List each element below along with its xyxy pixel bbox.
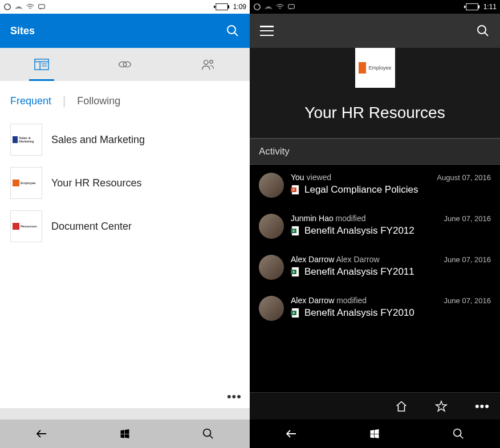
activity-list: You viewed August 07, 2016 P Legal Compl…	[250, 165, 500, 392]
status-bar-right: 1:11	[250, 0, 500, 14]
svg-point-13	[123, 62, 131, 67]
svg-rect-4	[227, 5, 229, 9]
avatar	[259, 296, 284, 321]
site-name: Sales and Marketing	[51, 134, 145, 146]
status-bar-left: 1:09	[0, 0, 250, 14]
svg-line-6	[234, 32, 238, 36]
activity-item[interactable]: Alex Darrow Alex Darrow June 07, 2016 X …	[250, 247, 500, 288]
more-icon[interactable]: •••	[475, 404, 490, 409]
svg-line-24	[485, 32, 488, 36]
svg-point-14	[204, 60, 208, 64]
cortana-icon	[253, 3, 261, 11]
activity-item[interactable]: Alex Darrow modified June 07, 2016 X Ben…	[250, 288, 500, 329]
filter-following[interactable]: Following	[77, 95, 120, 107]
clock-right: 1:11	[483, 3, 497, 11]
activity-date: June 07, 2016	[444, 296, 491, 305]
status-icons-right	[253, 3, 295, 11]
nav-bar-left	[0, 420, 250, 448]
windows-button[interactable]	[368, 427, 381, 441]
page-title: Sites	[10, 25, 35, 37]
svg-rect-20	[288, 5, 295, 9]
site-title: Your HR Resources	[304, 104, 445, 122]
avatar	[259, 214, 284, 239]
home-icon[interactable]	[395, 400, 408, 413]
svg-text:X: X	[292, 229, 295, 233]
svg-text:X: X	[292, 311, 295, 315]
phone-left: 1:09 Sites Frequent | Following Sales & …	[0, 0, 250, 448]
file-name: Benefit Analsysis FY2011	[304, 266, 414, 278]
logo-square	[359, 62, 367, 74]
battery-icon	[214, 3, 230, 11]
star-icon[interactable]	[435, 400, 448, 413]
logo-text: Employee	[368, 65, 391, 71]
app-bar-spacer	[0, 408, 250, 420]
ppt-icon: P	[291, 185, 300, 195]
wifi-icon	[26, 3, 34, 11]
xls-icon: X	[291, 308, 300, 318]
svg-point-12	[119, 62, 127, 67]
svg-rect-2	[39, 5, 45, 9]
svg-point-1	[9, 5, 9, 6]
wifi-icon	[276, 3, 284, 11]
site-list: Sales & Marketing Sales and Marketing Em…	[0, 118, 250, 385]
svg-point-18	[254, 4, 261, 10]
tab-sites[interactable]	[0, 48, 83, 81]
hamburger-menu[interactable]	[260, 26, 274, 36]
app-header-right	[250, 14, 500, 48]
windows-button[interactable]	[118, 427, 132, 441]
svg-line-17	[210, 435, 213, 439]
site-item[interactable]: Employee Your HR Resources	[0, 161, 250, 205]
svg-rect-21	[466, 3, 478, 10]
people-tab-icon	[201, 58, 216, 71]
svg-point-16	[204, 429, 211, 437]
site-hero: Employee Your HR Resources	[250, 48, 500, 138]
svg-rect-22	[478, 5, 479, 9]
search-icon[interactable]	[476, 24, 490, 38]
svg-point-15	[210, 60, 213, 64]
search-icon[interactable]	[226, 24, 239, 38]
app-bar-right: •••	[250, 392, 500, 420]
back-button[interactable]	[284, 427, 298, 441]
svg-point-0	[5, 4, 11, 10]
search-button[interactable]	[201, 427, 215, 441]
site-name: Your HR Resources	[51, 177, 141, 189]
signal-icon	[15, 3, 23, 11]
avatar	[259, 173, 284, 198]
phone-right: 1:11 Employee Your HR Resources Activity…	[250, 0, 500, 448]
xls-icon: X	[291, 267, 300, 277]
battery-icon	[464, 3, 480, 11]
tab-links[interactable]	[83, 48, 166, 81]
pivot-tabs	[0, 48, 250, 81]
svg-text:P: P	[292, 188, 295, 192]
site-item[interactable]: Resources Document Center	[0, 205, 250, 248]
tab-people[interactable]	[166, 48, 250, 81]
nav-bar-right	[250, 420, 500, 448]
site-thumbnail: Resources	[10, 210, 42, 242]
message-icon	[287, 3, 295, 11]
file-name: Legal Compliance Policies	[304, 184, 418, 196]
site-thumbnail: Employee	[10, 167, 42, 199]
xls-icon: X	[291, 226, 300, 236]
activity-date: June 07, 2016	[444, 255, 491, 264]
activity-item[interactable]: You viewed August 07, 2016 P Legal Compl…	[250, 165, 500, 206]
app-bar-left: •••	[0, 385, 250, 408]
file-name: Benefit Analsysis FY2010	[304, 307, 414, 319]
search-button[interactable]	[452, 427, 465, 441]
svg-point-37	[454, 429, 461, 437]
svg-text:X: X	[292, 270, 295, 274]
back-button[interactable]	[35, 427, 48, 441]
activity-date: August 07, 2016	[437, 173, 491, 182]
message-icon	[38, 3, 46, 11]
clock-left: 1:09	[233, 3, 246, 11]
svg-point-23	[478, 26, 486, 34]
activity-item[interactable]: Junmin Hao modified June 07, 2016 X Bene…	[250, 206, 500, 247]
svg-point-5	[227, 26, 235, 34]
svg-point-19	[258, 5, 259, 6]
status-right-right: 1:11	[464, 3, 497, 11]
more-icon[interactable]: •••	[227, 394, 242, 400]
links-tab-icon	[117, 58, 132, 71]
site-logo: Employee	[355, 48, 395, 88]
file-name: Benefit Analsysis FY2012	[304, 225, 414, 237]
filter-frequent[interactable]: Frequent	[10, 95, 51, 107]
site-item[interactable]: Sales & Marketing Sales and Marketing	[0, 118, 250, 161]
